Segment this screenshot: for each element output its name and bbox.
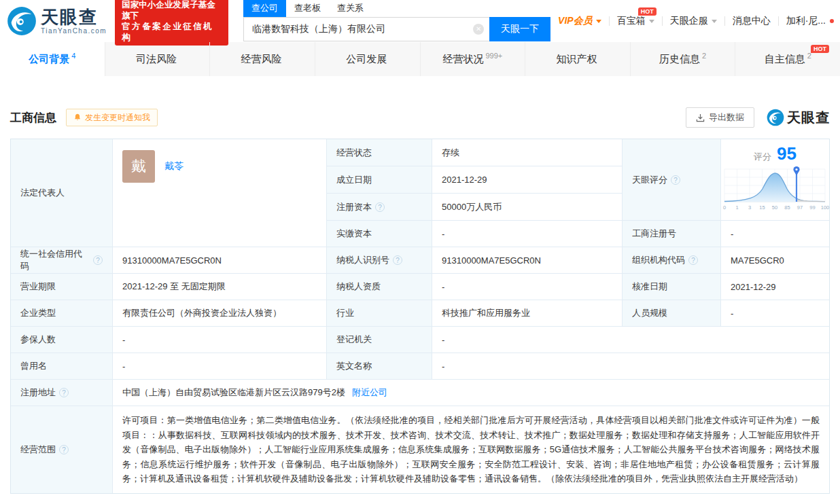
hot-badge: HOT (811, 45, 829, 53)
svg-text:3: 3 (748, 204, 750, 211)
field-value-industry: 科技推广和应用服务业 (432, 300, 623, 327)
top-header: 天眼查 TianYanCha.com 国家中小企业发展子基金旗下 官方备案企业征… (0, 0, 840, 42)
field-value-registration-authority: - (432, 327, 829, 353)
search-area: 查公司 查老板 查关系 ✕ 天眼一下 (243, 1, 550, 41)
hot-badge: HOT (638, 7, 657, 16)
notify-on-change-button[interactable]: 发生变更时通知我 (66, 109, 158, 126)
field-value-legal-rep: 戴 戴苓 (113, 139, 327, 247)
field-label-registered-address: 注册地址 (11, 380, 113, 406)
chevron-down-icon (596, 20, 601, 23)
tab-intellectual-property[interactable]: 知识产权 (525, 42, 631, 76)
field-value-org-code: MA7E5GCR0 (721, 247, 829, 274)
vip-member-menu[interactable]: VIP会员 (550, 15, 609, 27)
tab-self-published-info[interactable]: 自主信息2 HOT (735, 42, 840, 76)
message-center-menu[interactable]: 消息中心 (725, 15, 778, 27)
legal-rep-name-link[interactable]: 戴苓 (164, 160, 183, 173)
download-icon (696, 113, 705, 122)
business-info-table: 法定代表人 戴 戴苓 经营状态 存续 天眼评分 评分 95 (10, 139, 830, 494)
tab-judicial-risk[interactable]: 司法风险 (105, 42, 211, 76)
field-label-taxpayer-qualification: 纳税人资质 (327, 274, 432, 300)
clear-search-icon[interactable]: ✕ (473, 24, 484, 35)
field-value-taxpayer-id: 91310000MA7E5GCR0N (432, 247, 623, 274)
field-value-former-name: - (113, 353, 327, 380)
search-tabs: 查公司 查老板 查关系 (243, 1, 550, 17)
bell-icon (73, 113, 82, 122)
svg-text:85: 85 (784, 204, 790, 211)
field-value-reg-capital: 50000万人民币 (432, 194, 623, 221)
field-label-org-code: 组织机构代码 (623, 247, 721, 274)
help-icon[interactable] (671, 175, 680, 185)
field-label-insured-count: 参保人数 (11, 327, 113, 353)
user-account-menu[interactable]: 加利·尼... (779, 15, 833, 27)
field-label-taxpayer-id: 纳税人识别号 (327, 247, 432, 274)
field-label-approval-date: 核准日期 (623, 274, 721, 300)
toolbox-menu[interactable]: HOT 百宝箱 (610, 15, 662, 27)
legal-rep-avatar[interactable]: 戴 (122, 150, 155, 183)
help-icon[interactable] (393, 255, 402, 265)
field-value-company-type: 有限责任公司（外商投资企业法人独资） (113, 300, 327, 327)
field-value-english-name: - (432, 353, 829, 380)
svg-text:15: 15 (759, 204, 765, 211)
field-label-reg-no: 工商注册号 (623, 221, 721, 247)
top-menu: VIP会员 HOT 百宝箱 天眼企服 消息中心 加利·尼... (550, 15, 833, 27)
tianyancha-logo-icon (7, 6, 37, 36)
search-input[interactable] (243, 17, 489, 41)
business-info-section-header: 工商信息 发生变更时通知我 导出数据 天眼查 (10, 107, 830, 128)
field-label-industry: 行业 (327, 300, 432, 327)
field-value-staff-size: - (721, 300, 829, 327)
field-label-registration-authority: 登记机关 (327, 327, 432, 353)
field-label-staff-size: 人员规模 (623, 300, 721, 327)
help-icon[interactable] (688, 255, 698, 265)
tab-history-info[interactable]: 历史信息2 (631, 42, 736, 76)
field-value-est-date: 2021-12-29 (432, 166, 623, 194)
help-icon[interactable] (375, 202, 385, 212)
field-label-english-name: 英文名称 (327, 353, 432, 380)
tab-company-background[interactable]: 公司背景4 (0, 42, 105, 76)
field-label-tianyan-score: 天眼评分 (623, 139, 721, 221)
svg-text:97: 97 (797, 204, 802, 211)
search-tab-relation[interactable]: 查关系 (329, 0, 372, 17)
svg-text:50: 50 (771, 204, 777, 211)
field-value-registered-address: 中国（上海）自由贸易试验区临港新片区云汉路979号2楼 附近公司 (113, 380, 829, 406)
tab-company-development[interactable]: 公司发展 (315, 42, 421, 76)
search-tab-boss[interactable]: 查老板 (286, 0, 329, 17)
search-button[interactable]: 天眼一下 (489, 17, 550, 41)
notification-dot (830, 19, 834, 23)
help-icon[interactable] (59, 388, 69, 397)
svg-text:99: 99 (809, 204, 815, 211)
chevron-down-icon (649, 20, 654, 23)
field-label-business-term: 营业期限 (11, 274, 113, 300)
brand-name: 天眼查 (41, 8, 107, 26)
svg-text:1: 1 (735, 204, 738, 211)
page-title: 工商信息 (10, 110, 56, 126)
enterprise-service-menu[interactable]: 天眼企服 (663, 15, 724, 27)
field-label-status: 经营状态 (327, 139, 432, 166)
field-label-company-type: 企业类型 (11, 300, 113, 327)
help-icon[interactable] (59, 445, 69, 454)
tianyancha-watermark: 天眼查 (767, 109, 830, 127)
field-label-legal-rep: 法定代表人 (11, 139, 113, 247)
field-value-insured-count: - (113, 327, 327, 353)
export-data-button[interactable]: 导出数据 (686, 107, 754, 128)
field-value-credit-code: 91310000MA7E5GCR0N (113, 247, 327, 274)
tianyancha-logo[interactable]: 天眼查 TianYanCha.com (7, 6, 107, 36)
tab-operation-status[interactable]: 经营状况999+ (421, 42, 526, 76)
nearby-companies-link[interactable]: 附近公司 (352, 386, 387, 399)
field-label-former-name: 曾用名 (11, 353, 113, 380)
tab-operation-risk[interactable]: 经营风险 (210, 42, 315, 76)
tianyan-score-panel[interactable]: 评分 95 (721, 139, 829, 221)
field-value-status: 存续 (432, 139, 623, 166)
gov-certification-badge: 国家中小企业发展子基金旗下 官方备案企业征信机构 (115, 0, 228, 46)
help-icon[interactable] (93, 255, 103, 265)
tianyancha-logo-icon (767, 109, 784, 126)
svg-text:100: 100 (820, 204, 829, 211)
field-value-reg-no: - (721, 221, 829, 247)
search-tab-company[interactable]: 查公司 (243, 0, 286, 17)
field-label-est-date: 成立日期 (327, 166, 432, 194)
svg-text:0: 0 (722, 204, 725, 211)
field-value-approval-date: 2021-12-29 (721, 274, 829, 300)
score-distribution-chart: 0 1 3 15 50 85 97 99 100 (720, 164, 830, 211)
field-value-business-term: 2021-12-29 至 无固定期限 (113, 274, 327, 300)
company-nav-tabs: 公司背景4 司法风险 经营风险 公司发展 经营状况999+ 知识产权 历史信息2… (0, 42, 840, 76)
score-value: 95 (777, 145, 797, 162)
